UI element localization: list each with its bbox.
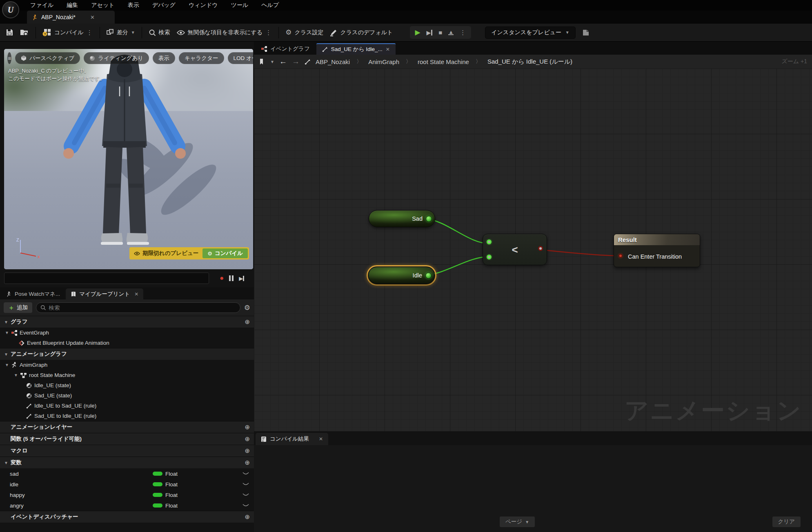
compile-options-icon[interactable]: ⋮ bbox=[87, 29, 93, 36]
collapse-arrow-icon[interactable]: ▼ bbox=[4, 352, 8, 357]
clear-button[interactable]: クリア bbox=[772, 516, 801, 527]
chevron-down-icon[interactable]: ▼ bbox=[270, 60, 274, 64]
add-macro-icon[interactable]: ⊕ bbox=[245, 447, 250, 454]
step-forward-icon[interactable]: ▶ bbox=[239, 276, 244, 281]
collapse-arrow-icon[interactable]: ▼ bbox=[5, 363, 9, 367]
variable-row-idle[interactable]: idle Float bbox=[0, 479, 254, 490]
add-function-icon[interactable]: ⊕ bbox=[245, 435, 250, 443]
menu-debug[interactable]: デバッグ bbox=[152, 2, 176, 9]
node-less-than[interactable]: < bbox=[483, 234, 547, 265]
breadcrumb-item[interactable]: root State Machine bbox=[418, 58, 469, 65]
timeline-scrubber[interactable] bbox=[4, 273, 209, 284]
breadcrumb-item-current[interactable]: Sad_UE から Idle_UE (ルール) bbox=[487, 58, 572, 66]
collapse-arrow-icon[interactable]: ▼ bbox=[4, 320, 8, 324]
class-settings-button[interactable]: ⚙ クラス設定 bbox=[285, 28, 323, 37]
menu-help[interactable]: ヘルプ bbox=[261, 2, 279, 9]
search-box[interactable] bbox=[36, 302, 240, 313]
back-arrow-icon[interactable]: ← bbox=[279, 57, 287, 66]
graph-canvas[interactable]: Sad Idle < Result Can Enter Transition ア… bbox=[254, 69, 812, 431]
diff-button[interactable]: 差分 ▼ bbox=[107, 29, 135, 36]
asset-tab[interactable]: ABP_Nozaki* ✕ bbox=[27, 11, 115, 24]
output-pin-sad[interactable] bbox=[426, 216, 432, 222]
eject-icon[interactable]: ▲ bbox=[448, 30, 454, 35]
close-icon[interactable]: ✕ bbox=[90, 14, 95, 20]
section-variables[interactable]: ▼ 変数 ⊕ bbox=[0, 457, 254, 468]
stale-preview-button[interactable]: 期限切れのプレビュー bbox=[134, 250, 198, 257]
variable-row-sad[interactable]: sad Float bbox=[0, 468, 254, 479]
dock-icon[interactable] bbox=[259, 58, 265, 65]
stop-icon[interactable]: ■ bbox=[438, 29, 442, 36]
tab-transition-rule[interactable]: Sad_UE から Idle_... ✕ bbox=[316, 43, 396, 55]
menu-asset[interactable]: アセット bbox=[91, 2, 114, 9]
tab-event-graph[interactable]: イベントグラフ bbox=[256, 43, 316, 55]
section-animation-graphs[interactable]: ▼ アニメーショングラフ bbox=[0, 348, 254, 360]
search-button[interactable]: 検索 bbox=[149, 29, 170, 36]
node-result[interactable]: Result Can Enter Transition bbox=[614, 234, 700, 267]
create-blueprint-icon[interactable] bbox=[582, 29, 590, 36]
output-pin-idle[interactable] bbox=[425, 273, 432, 279]
compile-button[interactable]: ? コンパイル ⋮ bbox=[42, 29, 93, 37]
add-variable-icon[interactable]: ⊕ bbox=[245, 459, 250, 466]
closed-eye-icon[interactable] bbox=[242, 493, 249, 497]
node-idle-getter-selected[interactable]: Idle bbox=[367, 265, 436, 286]
close-icon[interactable]: ✕ bbox=[386, 47, 390, 52]
save-icon[interactable] bbox=[6, 29, 13, 36]
breadcrumb-item[interactable]: ABP_Nozaki bbox=[316, 58, 350, 65]
tree-item-idle-state[interactable]: Idle_UE (state) bbox=[0, 380, 254, 390]
node-sad-getter[interactable]: Sad bbox=[369, 210, 435, 227]
closed-eye-icon[interactable] bbox=[242, 483, 249, 486]
add-button[interactable]: ＋ 追加 bbox=[4, 302, 32, 313]
add-graph-icon[interactable]: ⊕ bbox=[245, 318, 250, 326]
section-graphs[interactable]: ▼ グラフ ⊕ bbox=[0, 316, 254, 328]
variable-row-angry[interactable]: angry Float bbox=[0, 500, 254, 511]
preview-viewport[interactable]: ≡ パースペクティブ ライティングあり 表示 キャラクター LOD オート ▶ bbox=[4, 49, 253, 269]
search-input[interactable] bbox=[49, 305, 236, 311]
class-defaults-button[interactable]: クラスのデフォルト bbox=[330, 29, 393, 36]
menu-window[interactable]: ウィンドウ bbox=[189, 2, 218, 9]
lod-button[interactable]: LOD オート bbox=[228, 52, 253, 64]
menu-edit[interactable]: 編集 bbox=[67, 2, 78, 9]
collapse-arrow-icon[interactable]: ▼ bbox=[4, 461, 8, 465]
tree-item-root-state-machine[interactable]: ▼ root State Machine bbox=[0, 370, 254, 380]
preview-instance-dropdown[interactable]: インスタンスをプレビュー ▼ bbox=[485, 27, 576, 39]
section-macros[interactable]: マクロ ⊕ bbox=[0, 445, 254, 457]
section-event-dispatchers[interactable]: イベントディスパッチャー ⊕ bbox=[0, 511, 254, 523]
node-idle-getter[interactable]: Idle bbox=[368, 267, 435, 284]
section-animation-layers[interactable]: アニメーションレイヤー ⊕ bbox=[0, 421, 254, 433]
tree-item-eventgraph[interactable]: ▼ EventGraph bbox=[0, 328, 254, 338]
collapse-arrow-icon[interactable]: ▼ bbox=[14, 373, 18, 377]
section-functions[interactable]: 関数 (5 オーバーライド可能) ⊕ bbox=[0, 433, 254, 445]
close-icon[interactable]: ✕ bbox=[134, 291, 138, 297]
tree-item-animgraph[interactable]: ▼ AnimGraph bbox=[0, 360, 254, 370]
record-icon[interactable]: ● bbox=[220, 274, 224, 282]
add-animation-layer-icon[interactable]: ⊕ bbox=[245, 423, 250, 431]
tab-compiler-results[interactable]: コンパイル結果 ✕ bbox=[256, 433, 328, 445]
close-icon[interactable]: ✕ bbox=[319, 436, 323, 442]
tree-item-idle-to-sad-rule[interactable]: Idle_UE to Sad_UE (rule) bbox=[0, 401, 254, 411]
tree-item-sad-state[interactable]: Sad_UE (state) bbox=[0, 390, 254, 401]
menu-file[interactable]: ファイル bbox=[30, 2, 53, 9]
output-pin-result[interactable] bbox=[538, 246, 543, 251]
page-dropdown[interactable]: ページ ▼ bbox=[500, 516, 535, 527]
add-event-dispatcher-icon[interactable]: ⊕ bbox=[245, 513, 250, 521]
hide-unrelated-button[interactable]: 無関係な項目を非表示にする ⋮ bbox=[177, 29, 272, 36]
forward-arrow-icon[interactable]: → bbox=[292, 57, 300, 66]
play-icon[interactable]: ▶ bbox=[415, 28, 420, 37]
viewport-compile-button[interactable]: ⚙ コンパイル bbox=[202, 248, 248, 258]
menu-view[interactable]: 表示 bbox=[128, 2, 139, 9]
viewport-menu-button[interactable]: ≡ bbox=[7, 52, 11, 64]
can-enter-transition-pin[interactable] bbox=[618, 254, 623, 258]
perspective-button[interactable]: パースペクティブ bbox=[15, 52, 80, 64]
breadcrumb-item[interactable]: AnimGraph bbox=[368, 58, 399, 65]
frame-skip-icon[interactable]: ▶ bbox=[426, 30, 432, 35]
find-in-content-browser-icon[interactable] bbox=[20, 29, 29, 36]
playback-options-icon[interactable]: ⋮ bbox=[460, 29, 466, 36]
tree-item-sad-to-idle-rule[interactable]: Sad_UE to Idle_UE (rule) bbox=[0, 411, 254, 421]
show-button[interactable]: 表示 bbox=[153, 52, 175, 64]
tab-my-blueprint[interactable]: マイブループリント ✕ bbox=[66, 288, 143, 299]
variable-row-happy[interactable]: happy Float bbox=[0, 490, 254, 500]
character-button[interactable]: キャラクター bbox=[179, 52, 224, 64]
lighting-button[interactable]: ライティングあり bbox=[84, 52, 149, 64]
closed-eye-icon[interactable] bbox=[242, 472, 249, 475]
closed-eye-icon[interactable] bbox=[242, 504, 249, 507]
